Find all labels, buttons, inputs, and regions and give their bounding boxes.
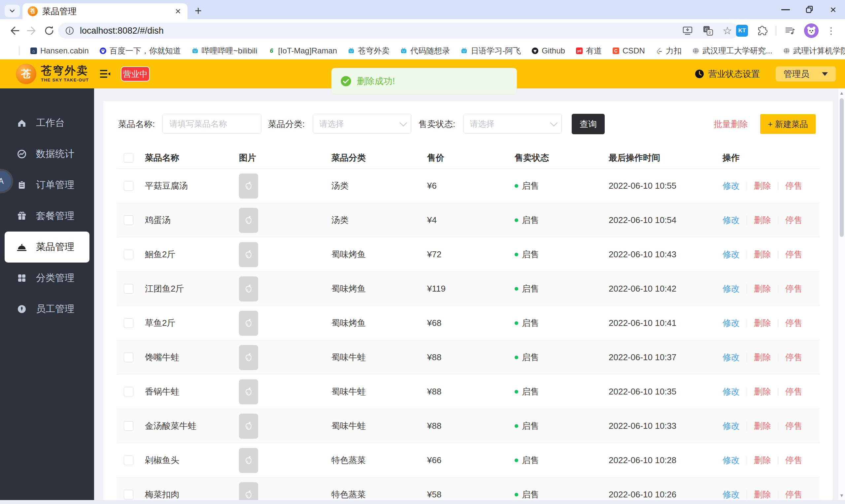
sidebar-item-categories[interactable]: 分类管理 [0,263,94,293]
edit-link[interactable]: 修改 [723,214,740,226]
browser-menu-icon[interactable]: ⋮ [827,25,836,36]
bookmark-hansen-cabin[interactable]: ⌂Hansen.cabin [30,46,89,55]
edit-link[interactable]: 修改 [723,283,740,294]
scroll-up-arrow[interactable]: ▲ [839,90,845,96]
row-checkbox[interactable] [124,387,133,396]
business-status-setting[interactable]: 营业状态设置 [694,68,760,80]
bookmark-japanese-learning[interactable]: 日语学习-阿飞 [461,46,521,56]
row-checkbox[interactable] [124,421,133,431]
row-checkbox[interactable] [124,181,133,191]
reload-button[interactable] [42,24,56,38]
edit-link[interactable]: 修改 [723,180,740,192]
install-app-icon[interactable] [682,25,693,37]
delete-link[interactable]: 删除 [754,352,771,363]
bookmark-star-icon[interactable]: ☆ [723,25,732,36]
sidebar-item-orders[interactable]: 订单管理 [0,169,94,200]
site-info-icon[interactable] [65,26,75,36]
batch-delete-link[interactable]: 批量删除 [714,119,748,130]
dish-name-input[interactable] [169,119,255,129]
row-checkbox[interactable] [124,284,133,293]
stop-sale-link[interactable]: 停售 [785,214,803,226]
bookmark-csdn[interactable]: CCSDN [613,46,645,55]
sidebar-item-setmeal[interactable]: 套餐管理 [0,200,94,232]
forward-button[interactable] [25,24,39,38]
kt-extension-icon[interactable]: KT [736,25,748,37]
new-tab-button[interactable]: + [195,4,202,18]
add-dish-button[interactable]: + 新建菜品 [760,114,816,134]
row-checkbox[interactable] [124,455,133,465]
stop-sale-link[interactable]: 停售 [785,489,803,500]
table-header: 菜品名称 图片 菜品分类 售价 售卖状态 最后操作时间 操作 [117,147,820,169]
select-all-checkbox[interactable] [124,153,133,163]
delete-link[interactable]: 删除 [754,420,771,432]
bookmark-leetcode[interactable]: 力扣 [656,46,682,56]
delete-link[interactable]: 删除 [754,386,771,397]
stop-sale-link[interactable]: 停售 [785,352,803,363]
vertical-scrollbar[interactable]: ▲ ▼ [839,88,845,500]
row-checkbox[interactable] [124,215,133,225]
sidebar-item-dishes[interactable]: 菜品管理 [5,232,89,263]
delete-link[interactable]: 删除 [754,489,771,500]
column-sale-status: 售卖状态 [506,152,600,164]
stop-sale-link[interactable]: 停售 [785,317,803,329]
bookmark-wut-cs-school[interactable]: 武理计算机学院 [783,46,845,56]
bookmark-github[interactable]: Github [532,46,565,55]
delete-link[interactable]: 删除 [754,317,771,329]
horizontal-scrollbar[interactable] [0,500,839,504]
delete-link[interactable]: 删除 [754,214,771,226]
translate-icon[interactable]: G文 [702,25,714,37]
edit-link[interactable]: 修改 [723,454,740,466]
scrollbar-thumb[interactable] [840,98,844,237]
bookmark-whut-graduate[interactable]: 武汉理工大学研究... [692,46,772,56]
url-text[interactable]: localhost:8082/#/dish [80,26,682,36]
bookmark-skytakeout[interactable]: 苍穹外卖 [348,46,389,56]
last-operate-time: 2022-06-10 10:33 [600,421,714,431]
browser-tab[interactable]: 苍 菜品管理 × [22,3,188,19]
edit-link[interactable]: 修改 [723,317,740,329]
bookmark-bilibili[interactable]: 哔哩哔哩~bilibili [192,46,258,56]
row-checkbox[interactable] [124,250,133,259]
user-menu-dropdown[interactable]: 管理员 [776,66,836,82]
media-controls-icon[interactable] [784,25,796,37]
row-checkbox[interactable] [124,318,133,328]
profile-avatar-panda[interactable] [804,23,818,38]
delete-link[interactable]: 删除 [754,249,771,260]
window-minimize-button[interactable] [774,0,797,19]
stop-sale-link[interactable]: 停售 [785,283,803,294]
dish-category-select[interactable]: 请选择 [313,114,411,133]
delete-link[interactable]: 删除 [754,283,771,294]
bookmark-code-notes[interactable]: 代码随想录 [400,46,450,56]
bookmark-youdao[interactable]: yd有道 [576,46,602,56]
row-checkbox[interactable] [124,490,133,499]
edit-link[interactable]: 修改 [723,352,740,363]
edit-link[interactable]: 修改 [723,249,740,260]
window-restore-button[interactable] [797,0,821,19]
bookmark-iot-mag-raman[interactable]: 6[IoT-Mag]Raman [268,46,337,55]
stop-sale-link[interactable]: 停售 [785,249,803,260]
stop-sale-link[interactable]: 停售 [785,180,803,192]
row-checkbox[interactable] [124,353,133,362]
edit-link[interactable]: 修改 [723,420,740,432]
sidebar-item-employees[interactable]: 员工管理 [0,293,94,325]
delete-link[interactable]: 删除 [754,454,771,466]
address-bar[interactable]: localhost:8082/#/dish G文 ☆ [58,23,739,39]
tab-search-chevron-button[interactable] [5,5,20,17]
sidebar-collapse-icon[interactable] [99,68,111,79]
sale-status-select[interactable]: 请选择 [463,114,562,133]
house-favicon: ⌂ [30,48,37,54]
sidebar-item-statistics[interactable]: 数据统计 [0,139,94,169]
scroll-down-arrow[interactable]: ▼ [839,493,845,498]
sidebar-item-workbench[interactable]: 工作台 [0,108,94,139]
window-close-button[interactable]: × [821,0,845,19]
edit-link[interactable]: 修改 [723,386,740,397]
stop-sale-link[interactable]: 停售 [785,386,803,397]
delete-link[interactable]: 删除 [754,180,771,192]
stop-sale-link[interactable]: 停售 [785,420,803,432]
search-button[interactable]: 查询 [572,114,605,134]
bookmark-baidu[interactable]: 百度一下，你就知道 [100,46,181,56]
edit-link[interactable]: 修改 [723,489,740,500]
back-button[interactable] [7,24,21,38]
stop-sale-link[interactable]: 停售 [785,454,803,466]
tab-close-icon[interactable]: × [174,6,182,16]
extensions-puzzle-icon[interactable] [756,25,768,37]
